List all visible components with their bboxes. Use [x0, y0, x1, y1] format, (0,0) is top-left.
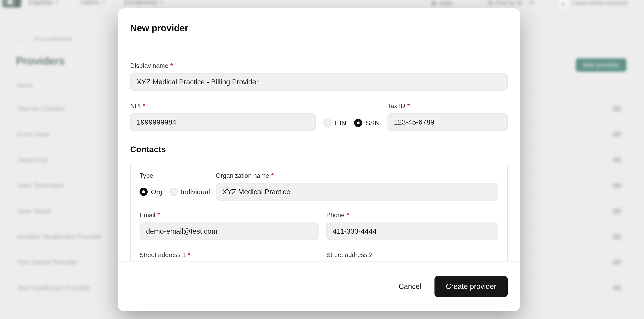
individual-radio-option[interactable]: Individual: [170, 188, 210, 196]
org-radio-option[interactable]: Org: [140, 188, 162, 196]
contact-type-row: Type Org Individual: [140, 172, 498, 201]
street-address-row: Street address 1 * Street address 2: [140, 251, 498, 261]
org-radio[interactable]: [140, 188, 148, 196]
ssn-radio-option[interactable]: SSN: [354, 119, 380, 127]
tax-id-type-radio-group: EIN SSN: [324, 114, 380, 132]
tax-id-column: Tax ID *: [388, 102, 508, 131]
tax-id-label: Tax ID *: [388, 102, 508, 110]
create-provider-button[interactable]: Create provider: [434, 276, 508, 297]
ein-radio[interactable]: [324, 119, 332, 127]
required-asterisk: *: [170, 62, 173, 69]
email-field[interactable]: [140, 223, 318, 240]
modal-body: Display name * NPI * EIN SSN: [118, 48, 520, 261]
ein-radio-option[interactable]: EIN: [324, 119, 346, 127]
individual-radio-label: Individual: [181, 188, 210, 196]
display-name-field[interactable]: [130, 73, 508, 91]
required-asterisk: *: [143, 102, 145, 110]
ein-radio-label: EIN: [335, 119, 346, 127]
display-name-label: Display name *: [130, 62, 508, 69]
type-radio-group: Org Individual: [140, 183, 216, 201]
street-address-2-label: Street address 2: [326, 251, 498, 259]
cancel-button[interactable]: Cancel: [399, 282, 422, 291]
npi-column: NPI *: [130, 102, 316, 131]
organization-name-field[interactable]: [216, 183, 498, 201]
required-asterisk: *: [271, 172, 274, 179]
street-address-2-column: Street address 2: [326, 251, 498, 261]
ssn-radio[interactable]: [354, 119, 362, 127]
email-phone-row: Email * Phone *: [140, 212, 498, 240]
phone-label: Phone *: [326, 212, 498, 219]
required-asterisk: *: [158, 212, 160, 219]
modal-footer: Cancel Create provider: [118, 262, 520, 311]
email-label: Email *: [140, 212, 318, 219]
ssn-radio-label: SSN: [366, 119, 380, 127]
contacts-section-heading: Contacts: [130, 145, 508, 154]
contact-card: Type Org Individual: [130, 163, 508, 261]
modal-header: New provider: [118, 8, 520, 48]
org-radio-label: Org: [151, 188, 162, 196]
organization-name-column: Organization name *: [216, 172, 498, 201]
required-asterisk: *: [407, 102, 410, 110]
type-column: Type Org Individual: [140, 172, 216, 201]
street-address-1-label: Street address 1 *: [140, 251, 318, 259]
email-column: Email *: [140, 212, 318, 240]
type-label: Type: [140, 172, 216, 179]
npi-field[interactable]: [130, 113, 316, 131]
required-asterisk: *: [188, 251, 190, 259]
new-provider-modal: New provider Display name * NPI * EIN: [118, 8, 520, 311]
required-asterisk: *: [346, 212, 349, 219]
phone-column: Phone *: [326, 212, 498, 240]
modal-title: New provider: [130, 22, 508, 33]
tax-id-field[interactable]: [388, 113, 508, 131]
organization-name-label: Organization name *: [216, 172, 498, 179]
phone-field[interactable]: [326, 223, 498, 240]
street-address-1-column: Street address 1 *: [140, 251, 318, 261]
npi-taxid-row: NPI * EIN SSN Tax ID *: [130, 102, 508, 132]
npi-label: NPI *: [130, 102, 316, 110]
individual-radio[interactable]: [170, 188, 178, 196]
